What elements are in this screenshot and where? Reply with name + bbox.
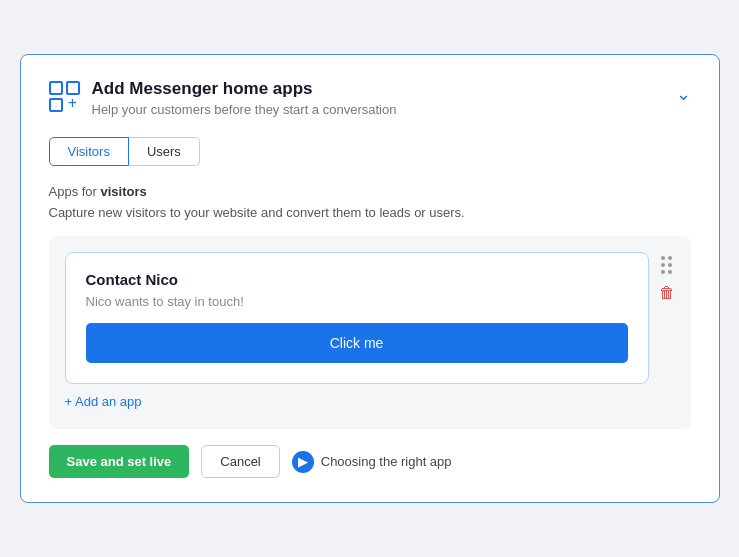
drag-dot: [661, 263, 665, 267]
section-description: Capture new visitors to your website and…: [49, 205, 691, 220]
drag-dot: [661, 256, 665, 260]
icon-square-3: [49, 98, 63, 112]
drag-dot: [668, 263, 672, 267]
icon-square-2: [66, 81, 80, 95]
page-title: Add Messenger home apps: [92, 79, 397, 99]
page-subtitle: Help your customers before they start a …: [92, 102, 397, 117]
help-letter: ▶: [298, 455, 307, 469]
click-me-button[interactable]: Click me: [86, 323, 628, 363]
app-card-title: Contact Nico: [86, 271, 628, 288]
section-title-highlight: visitors: [101, 184, 147, 199]
help-icon: ▶: [292, 451, 314, 473]
cancel-button[interactable]: Cancel: [201, 445, 279, 478]
add-app-link[interactable]: + Add an app: [65, 394, 675, 409]
app-card-subtitle: Nico wants to stay in touch!: [86, 294, 628, 309]
app-icon-group: +: [49, 81, 80, 112]
drag-handle-icon[interactable]: [661, 256, 672, 274]
delete-icon[interactable]: 🗑: [659, 284, 675, 302]
help-label: Choosing the right app: [321, 454, 452, 469]
icon-square-1: [49, 81, 63, 95]
section-title: Apps for visitors: [49, 184, 691, 199]
add-app-label: + Add an app: [65, 394, 142, 409]
footer: Save and set live Cancel ▶ Choosing the …: [49, 445, 691, 478]
main-card: + Add Messenger home apps Help your cust…: [20, 54, 720, 503]
save-button[interactable]: Save and set live: [49, 445, 190, 478]
app-card-wrapper: Contact Nico Nico wants to stay in touch…: [65, 252, 675, 384]
app-controls: 🗑: [659, 252, 675, 302]
app-area: Contact Nico Nico wants to stay in touch…: [49, 236, 691, 429]
tab-visitors[interactable]: Visitors: [49, 137, 129, 166]
drag-dot: [661, 270, 665, 274]
app-card: Contact Nico Nico wants to stay in touch…: [65, 252, 649, 384]
icon-plus: +: [66, 96, 80, 110]
tab-group: Visitors Users: [49, 137, 691, 166]
collapse-icon[interactable]: ⌄: [676, 83, 691, 105]
card-header: + Add Messenger home apps Help your cust…: [49, 79, 691, 117]
tab-users[interactable]: Users: [129, 137, 200, 166]
section-title-prefix: Apps for: [49, 184, 101, 199]
drag-dot: [668, 256, 672, 260]
help-link[interactable]: ▶ Choosing the right app: [292, 451, 452, 473]
header-left: + Add Messenger home apps Help your cust…: [49, 79, 397, 117]
drag-dot: [668, 270, 672, 274]
header-text: Add Messenger home apps Help your custom…: [92, 79, 397, 117]
